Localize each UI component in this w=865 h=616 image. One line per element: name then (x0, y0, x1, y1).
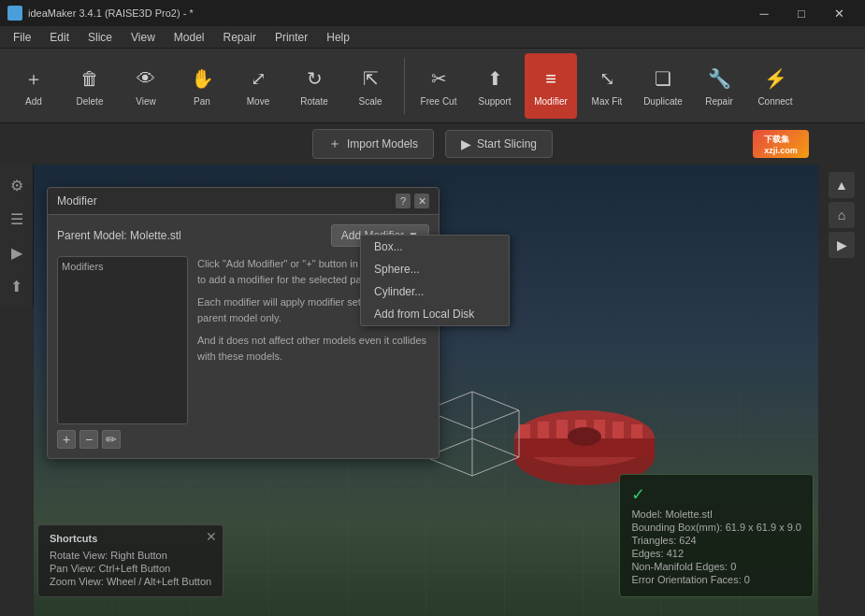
delete-icon: 🗑 (76, 64, 104, 93)
toolbar-modifier-button[interactable]: ≡ Modifier (525, 53, 577, 119)
menu-item-edit[interactable]: Edit (40, 29, 79, 46)
sidebar-play-icon[interactable]: ▶ (4, 239, 30, 265)
rotate-icon: ↻ (300, 64, 328, 93)
svg-rect-22 (631, 424, 642, 438)
menu-item-slice[interactable]: Slice (79, 29, 122, 46)
sidebar-upload-icon[interactable]: ⬆ (4, 273, 30, 299)
menu-item-repair[interactable]: Repair (214, 29, 266, 46)
toolbar-rotate-button[interactable]: ↻ Rotate (288, 53, 340, 119)
close-button[interactable]: ✕ (820, 0, 858, 26)
start-slicing-button[interactable]: ▶ Start Slicing (445, 130, 553, 158)
toolbar-repair-button[interactable]: 🔧 Repair (693, 53, 745, 119)
move-icon: ⤢ (244, 64, 272, 93)
toolbar-move-button[interactable]: ⤢ Move (232, 53, 284, 119)
toolbar-support-button[interactable]: ⬆ Support (469, 53, 521, 119)
modifier-dialog-titlebar: Modifier ? ✕ (48, 188, 439, 215)
nav-right-arrow[interactable]: ▶ (829, 232, 855, 258)
shortcuts-title: Shortcuts (50, 533, 211, 544)
menu-item-view[interactable]: View (122, 29, 165, 46)
toolbar-duplicate-button[interactable]: ❏ Duplicate (637, 53, 689, 119)
watermark-logo: 下载集xzji.com (753, 130, 809, 158)
right-nav: ▲ ⌂ ▶ (818, 165, 865, 265)
info-box: ✓ Model: Molette.stlBounding Box(mm): 61… (619, 474, 814, 597)
maximize-button[interactable]: □ (783, 0, 820, 26)
modifiers-list-actions: + − ✏ (57, 430, 188, 449)
toolbar-maxFit-button[interactable]: ⤡ Max Fit (581, 53, 633, 119)
title-bar-left: ideaMaker 3.4.1 (RAISE3D Pro2) - * (7, 6, 194, 21)
scale-label: Scale (358, 96, 382, 107)
toolbar-divider (404, 58, 405, 114)
modifier-label: Modifier (534, 96, 568, 107)
dropdown-item-sphere[interactable]: Sphere... (361, 258, 509, 280)
nav-up-arrow[interactable]: ▲ (829, 172, 855, 198)
view-icon: 👁 (132, 64, 160, 93)
minimize-button[interactable]: ─ (745, 0, 783, 26)
toolbar-connect-button[interactable]: ⚡ Connect (749, 53, 801, 119)
toolbar-scale-button[interactable]: ⇱ Scale (344, 53, 396, 119)
pan-icon: ✋ (188, 64, 216, 93)
svg-rect-17 (538, 422, 549, 438)
move-label: Move (247, 96, 269, 107)
info-line: Non-Manifold Edges: 0 (631, 561, 801, 572)
info-line: Model: Molette.stl (631, 509, 801, 520)
repair-label: Repair (705, 96, 732, 107)
menu-item-file[interactable]: File (4, 29, 40, 46)
modifier-icon: ≡ (537, 64, 565, 93)
check-icon: ✓ (631, 484, 801, 505)
support-label: Support (478, 96, 511, 107)
dropdown-item-addfromlocaldisk[interactable]: Add from Local Disk (361, 303, 509, 325)
info-line: Error Orientation Faces: 0 (631, 574, 801, 585)
add-list-button[interactable]: + (57, 430, 76, 449)
maxFit-label: Max Fit (592, 96, 623, 107)
left-sidebar: ⚙ ☰ ▶ ⬆ (0, 165, 34, 307)
import-models-button[interactable]: ＋ Import Models (312, 129, 434, 159)
duplicate-label: Duplicate (643, 96, 683, 107)
modifiers-list-label: Modifiers (62, 261, 183, 272)
toolbar: ＋ Add 🗑 Delete 👁 View ✋ Pan ⤢ Move ↻ Rot… (0, 49, 865, 123)
svg-rect-18 (556, 420, 568, 438)
sidebar-settings-icon[interactable]: ⚙ (4, 172, 30, 198)
view-label: View (136, 96, 156, 107)
title-bar-controls[interactable]: ─ □ ✕ (745, 0, 858, 26)
modifier-dialog-controls: ? ✕ (396, 193, 429, 208)
delete-label: Delete (77, 96, 104, 107)
toolbar-freeCut-button[interactable]: ✂ Free Cut (412, 53, 465, 119)
svg-rect-21 (613, 422, 624, 438)
dropdown-menu: Box...Sphere...Cylinder...Add from Local… (360, 235, 510, 326)
toolbar-pan-button[interactable]: ✋ Pan (176, 53, 228, 119)
shortcut-item: Zoom View: Wheel / Alt+Left Button (50, 576, 211, 587)
shortcut-item: Pan View: Ctrl+Left Button (50, 563, 211, 574)
remove-list-button[interactable]: − (79, 430, 98, 449)
info-line: Edges: 412 (631, 548, 801, 559)
edit-list-button[interactable]: ✏ (102, 430, 121, 449)
play-icon: ▶ (461, 136, 471, 151)
sidebar-list-icon[interactable]: ☰ (4, 206, 30, 232)
import-models-label: Import Models (347, 137, 418, 150)
title-text: ideaMaker 3.4.1 (RAISE3D Pro2) - * (28, 7, 194, 19)
modifier-close-button[interactable]: ✕ (414, 193, 429, 208)
dropdown-item-cylinder[interactable]: Cylinder... (361, 280, 509, 303)
menu-item-help[interactable]: Help (317, 29, 359, 46)
toolbar-delete-button[interactable]: 🗑 Delete (64, 53, 116, 119)
info-line: Bounding Box(mm): 61.9 x 61.9 x 9.0 (631, 522, 801, 533)
shortcuts-close-button[interactable]: ✕ (206, 529, 217, 544)
shortcut-item: Rotate View: Right Button (50, 550, 211, 561)
instruction-paragraph: And it does not affect other models even… (197, 333, 429, 364)
pan-label: Pan (194, 96, 210, 107)
add-label: Add (25, 96, 42, 107)
parent-model-label: Parent Model: Molette.stl (57, 229, 181, 242)
app-icon (7, 6, 22, 21)
repair-icon: 🔧 (705, 64, 733, 93)
modifier-dialog-title: Modifier (57, 194, 97, 208)
nav-home-icon[interactable]: ⌂ (829, 202, 855, 228)
modifier-help-button[interactable]: ? (396, 193, 411, 208)
rotate-label: Rotate (300, 96, 327, 107)
toolbar-add-button[interactable]: ＋ Add (7, 53, 60, 119)
toolbar-view-button[interactable]: 👁 View (120, 53, 172, 119)
menu-item-model[interactable]: Model (165, 29, 214, 46)
freeCut-icon: ✂ (425, 64, 453, 93)
menu-item-printer[interactable]: Printer (266, 29, 317, 46)
menu-bar: FileEditSliceViewModelRepairPrinterHelp (0, 26, 865, 49)
dropdown-item-box[interactable]: Box... (361, 236, 509, 258)
scale-icon: ⇱ (356, 64, 384, 93)
